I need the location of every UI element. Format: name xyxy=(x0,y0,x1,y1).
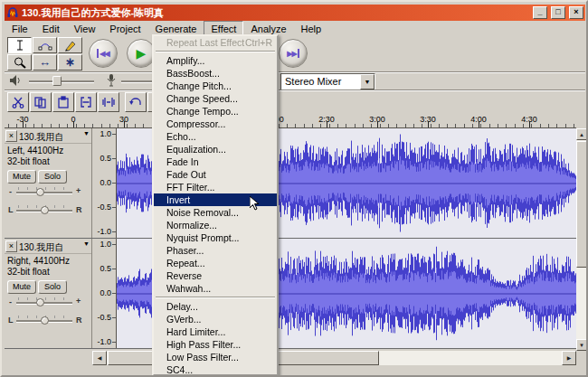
gain-slider[interactable] xyxy=(16,186,72,198)
amplitude-scale-tick xyxy=(112,342,116,343)
mute-button[interactable]: Mute xyxy=(7,280,36,294)
ruler-tick xyxy=(439,124,440,127)
effect-menu-item-repeat[interactable]: Repeat... xyxy=(154,257,277,269)
effect-menu-item-low-pass-filter[interactable]: Low Pass Filter... xyxy=(154,351,277,363)
rewind-icon: ◀◀ xyxy=(100,50,109,58)
pan-slider[interactable] xyxy=(16,315,72,326)
maximize-button[interactable]: □ xyxy=(551,6,565,19)
menu-item-label: Invert xyxy=(166,193,190,206)
effect-menu-item-echo[interactable]: Echo... xyxy=(154,130,277,143)
ruler-tick xyxy=(295,124,296,127)
effect-menu-item-phaser[interactable]: Phaser... xyxy=(154,244,277,257)
menu-item-label: FFT Filter... xyxy=(166,181,214,193)
scroll-right-button[interactable]: ▶ xyxy=(562,351,576,365)
effect-menu-item-change-pitch[interactable]: Change Pitch... xyxy=(154,80,277,92)
scroll-up-button[interactable]: ▲ xyxy=(576,128,587,140)
paste-button[interactable] xyxy=(52,92,74,112)
solo-button[interactable]: Solo xyxy=(38,170,67,184)
effect-menu-item-fade-out[interactable]: Fade Out xyxy=(154,168,277,181)
menu-view[interactable]: View xyxy=(67,21,103,37)
ruler-tick xyxy=(480,124,481,127)
effect-menu-item-high-pass-filter[interactable]: High Pass Filter... xyxy=(154,338,277,351)
undo-button[interactable] xyxy=(125,92,147,112)
track-close-button[interactable]: × xyxy=(5,240,17,252)
cut-button[interactable] xyxy=(7,92,29,112)
menu-item-label: High Pass Filter... xyxy=(166,338,241,351)
effect-menu-item-delay[interactable]: Delay... xyxy=(154,300,277,313)
input-source-select[interactable]: Stereo Mixer ▼ xyxy=(280,73,375,90)
menu-file[interactable]: File xyxy=(5,21,35,37)
skip-to-end-button[interactable]: ▶▶ xyxy=(279,39,308,68)
pan-slider-thumb[interactable] xyxy=(41,206,49,214)
menu-edit[interactable]: Edit xyxy=(35,21,67,37)
effect-menu-item-change-tempo[interactable]: Change Tempo... xyxy=(154,105,277,118)
timeshift-tool-button[interactable]: ↔ xyxy=(33,54,57,71)
ruler-tick xyxy=(135,124,136,127)
effect-menu-item-compressor[interactable]: Compressor... xyxy=(154,118,277,130)
output-volume-slider[interactable] xyxy=(29,75,94,88)
scroll-down-button[interactable]: ▼ xyxy=(576,339,587,351)
app-icon xyxy=(6,6,19,19)
multi-tool-button[interactable]: ∗ xyxy=(58,54,82,71)
menu-project[interactable]: Project xyxy=(102,21,147,37)
menu-item-label: Nyquist Prompt... xyxy=(166,231,240,244)
effect-menu-item-nyquist-prompt[interactable]: Nyquist Prompt... xyxy=(154,231,277,244)
vertical-scrollbar-thumb[interactable] xyxy=(576,141,587,268)
ruler-tick xyxy=(51,124,52,127)
effect-menu-item-sc4[interactable]: SC4... xyxy=(154,363,277,376)
track-title-menu[interactable]: 130.我用自 xyxy=(19,241,90,254)
track-close-button[interactable]: × xyxy=(5,130,17,142)
effect-menu-item-hard-limiter[interactable]: Hard Limiter... xyxy=(154,325,277,338)
ruler-tick xyxy=(33,124,34,127)
effect-menu-item-equalization[interactable]: Equalization... xyxy=(154,143,277,156)
vertical-ruler[interactable]: 1.00.50.0-0.5-1.0 xyxy=(92,239,117,348)
effect-menu-item-repeat-last-effect[interactable]: Repeat Last EffectCtrl+R xyxy=(154,36,277,49)
envelope-tool-button[interactable] xyxy=(33,37,57,53)
chevron-down-icon[interactable]: ▼ xyxy=(360,74,375,90)
solo-button[interactable]: Solo xyxy=(38,280,67,294)
effect-menu-item-normalize[interactable]: Normalize... xyxy=(154,219,277,231)
zoom-tool-button[interactable] xyxy=(7,54,32,71)
draw-tool-button[interactable] xyxy=(58,37,82,53)
effect-menu-item-bassboost[interactable]: BassBoost... xyxy=(154,67,277,80)
effect-menu-item-fade-in[interactable]: Fade In xyxy=(154,156,277,168)
ruler-tick xyxy=(320,124,321,127)
effect-menu-item-wahwah[interactable]: Wahwah... xyxy=(154,282,277,295)
trim-button[interactable] xyxy=(75,92,97,112)
menu-help[interactable]: Help xyxy=(294,21,329,37)
menu-separator xyxy=(156,51,275,52)
gain-slider-thumb[interactable] xyxy=(36,298,44,306)
gain-slider[interactable] xyxy=(16,297,72,308)
copy-button[interactable] xyxy=(30,92,52,112)
vertical-scrollbar[interactable]: ▲ ▼ xyxy=(576,128,587,351)
slider-ticks xyxy=(18,297,71,300)
scroll-left-button[interactable]: ◀ xyxy=(92,351,107,365)
close-button[interactable]: × xyxy=(569,6,583,19)
effect-menu-item-fft-filter[interactable]: FFT Filter... xyxy=(154,181,277,193)
skip-to-start-button[interactable]: ◀◀ xyxy=(89,39,118,68)
effect-menu-item-gverb[interactable]: GVerb... xyxy=(154,313,277,325)
silence-button[interactable] xyxy=(98,92,119,112)
output-volume-thumb[interactable] xyxy=(52,76,62,86)
ibeam-icon xyxy=(13,39,27,52)
title-bar[interactable]: 130.我用自己的方式爱你-陈明真 _ □ × xyxy=(5,5,585,21)
ruler-tick xyxy=(312,124,313,127)
pan-slider-thumb[interactable] xyxy=(41,316,49,325)
menu-item-shortcut: Ctrl+R xyxy=(245,36,272,49)
effect-menu-item-amplify[interactable]: Amplify... xyxy=(154,54,277,67)
effect-menu-item-change-speed[interactable]: Change Speed... xyxy=(154,92,277,105)
gain-slider-thumb[interactable] xyxy=(36,188,44,196)
selection-tool-button[interactable] xyxy=(7,37,32,53)
pan-slider[interactable] xyxy=(16,204,72,216)
menu-item-label: Echo... xyxy=(166,130,196,143)
chevron-down-icon[interactable]: ▼ xyxy=(83,130,90,137)
ruler-major-tick xyxy=(428,121,429,127)
track-title-menu[interactable]: 130.我用自 xyxy=(19,131,90,144)
timeline-ruler[interactable]: -300302:002:303:003:304:004:30 xyxy=(5,114,576,128)
effect-menu-item-reverse[interactable]: Reverse xyxy=(154,269,277,282)
minimize-button[interactable]: _ xyxy=(533,6,547,19)
vertical-ruler[interactable]: 1.00.50.0-0.5-1.0 xyxy=(92,128,117,238)
menu-item-label: Repeat Last Effect xyxy=(166,36,244,49)
mute-button[interactable]: Mute xyxy=(7,170,36,184)
chevron-down-icon[interactable]: ▼ xyxy=(83,240,90,247)
